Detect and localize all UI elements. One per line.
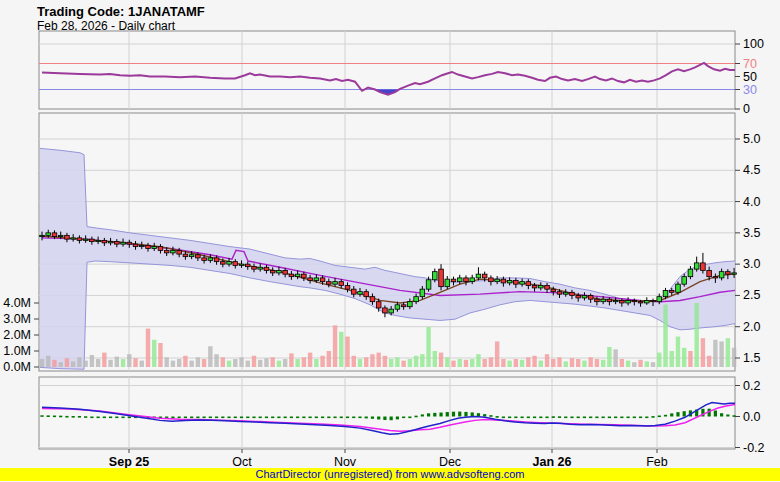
macd-histogram-bar: [545, 417, 548, 419]
macd-histogram-bar: [633, 417, 636, 419]
volume-bar: [682, 348, 686, 367]
candle: [258, 267, 263, 269]
volume-bar: [158, 343, 162, 367]
candle: [638, 302, 643, 303]
volume-bar: [171, 361, 175, 367]
candle: [364, 292, 369, 297]
volume-bar: [221, 357, 225, 367]
volume-bar: [470, 359, 474, 367]
candle: [115, 242, 120, 245]
volume-bar: [514, 359, 518, 367]
volume-bar: [102, 353, 106, 367]
candle: [289, 274, 294, 277]
macd-histogram-bar: [676, 412, 679, 416]
macd-histogram-bar: [259, 417, 262, 419]
volume-bar: [133, 358, 137, 367]
volume-bar: [719, 341, 723, 367]
x-axis-label: Jan 26: [533, 455, 572, 468]
volume-bar: [670, 351, 674, 367]
volume-bar: [439, 353, 443, 367]
volume-bar: [645, 361, 649, 367]
macd-histogram-bar: [40, 415, 43, 417]
volume-bar: [482, 359, 486, 367]
candle: [657, 297, 662, 302]
macd-histogram-bar: [252, 417, 255, 419]
candle: [308, 278, 313, 281]
candle: [139, 245, 144, 246]
macd-histogram-bar: [321, 417, 324, 419]
volume-bar: [408, 359, 412, 367]
macd-histogram-bar: [190, 417, 193, 419]
candle: [183, 254, 188, 257]
volume-bar: [663, 305, 667, 367]
axis-tick-label: 2.0M: [3, 328, 31, 342]
volume-bar: [121, 359, 125, 367]
macd-histogram-bar: [533, 417, 536, 419]
candle: [339, 282, 344, 286]
macd-histogram-bar: [589, 417, 592, 419]
macd-histogram-bar: [583, 417, 586, 419]
candle: [102, 240, 107, 243]
candle: [532, 285, 537, 288]
volume-bar: [115, 357, 119, 367]
volume-bar: [83, 361, 87, 367]
volume-bar: [227, 361, 231, 367]
candle: [71, 238, 76, 239]
candle: [58, 235, 63, 236]
candle: [345, 285, 350, 289]
volume-bar: [177, 359, 181, 367]
candle: [476, 274, 481, 278]
macd-histogram-bar: [489, 415, 492, 417]
candle: [358, 292, 363, 295]
macd-histogram-bar: [608, 417, 611, 419]
volume-bar: [270, 357, 274, 367]
candle: [239, 264, 244, 265]
macd-histogram-bar: [421, 414, 424, 416]
volume-bar: [726, 338, 730, 367]
macd-histogram-bar: [333, 417, 336, 419]
candle: [77, 238, 82, 241]
macd-histogram-bar: [464, 412, 467, 417]
candle: [588, 295, 593, 299]
candle: [688, 269, 693, 277]
macd-histogram-bar: [340, 417, 343, 419]
candle: [227, 262, 232, 265]
volume-bar: [676, 337, 680, 367]
candle: [570, 292, 575, 295]
volume-bar: [526, 357, 530, 367]
volume-bar: [401, 361, 405, 367]
macd-histogram-bar: [433, 413, 436, 417]
candle: [620, 300, 625, 303]
macd-histogram-bar: [446, 412, 449, 416]
candle: [576, 295, 581, 298]
macd-histogram-bar: [234, 417, 237, 419]
macd-histogram-bar: [209, 417, 212, 419]
macd-histogram-bar: [558, 416, 561, 418]
volume-bar: [59, 362, 63, 367]
candle: [127, 242, 132, 244]
candle: [401, 305, 406, 307]
macd-histogram-bar: [427, 413, 430, 416]
volume-bar: [77, 357, 81, 367]
macd-histogram-bar: [664, 415, 667, 417]
candle: [439, 269, 444, 287]
volume-bar: [414, 356, 418, 367]
candle: [420, 289, 425, 297]
volume-bar: [364, 357, 368, 367]
macd-histogram-bar: [365, 417, 368, 419]
volume-bar: [214, 354, 218, 367]
candle: [245, 264, 250, 267]
candle: [470, 278, 475, 282]
candle: [202, 258, 207, 261]
macd-histogram-bar: [290, 417, 293, 419]
volume-bar: [314, 359, 318, 367]
macd-histogram-bar: [358, 417, 361, 419]
volume-bar: [395, 357, 399, 367]
volume-bar: [239, 357, 243, 367]
macd-histogram-bar: [408, 417, 411, 419]
candle: [214, 258, 219, 262]
volume-bar: [383, 356, 387, 367]
volume-bar: [339, 332, 343, 367]
volume-bar: [96, 359, 100, 367]
axis-tick-label: 3.0M: [3, 312, 31, 326]
